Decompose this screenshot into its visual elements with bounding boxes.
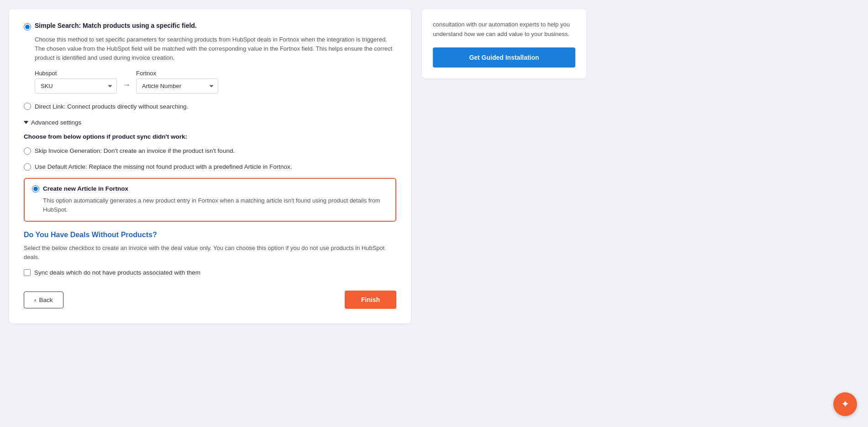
deals-section-description: Select the below checkbox to create an i… <box>24 244 396 262</box>
simple-search-label: Simple Search: Match products using a sp… <box>35 22 197 29</box>
simple-search-description: Choose this method to set specific param… <box>35 35 396 62</box>
hubspot-field-label: Hubspot <box>35 70 117 77</box>
use-default-label: Use Default Article: Replace the missing… <box>35 162 292 172</box>
simple-search-radio[interactable] <box>24 23 31 31</box>
back-chevron-icon: ‹ <box>34 297 37 303</box>
fortnox-field-select[interactable]: Article Number <box>136 78 218 94</box>
fortnox-field-label: Fortnox <box>136 70 218 77</box>
advanced-settings-toggle[interactable]: Advanced settings <box>24 119 396 126</box>
deals-section-title: Do You Have Deals Without Products? <box>24 231 396 239</box>
hubspot-field-select[interactable]: SKU <box>35 78 117 94</box>
skip-invoice-label: Skip Invoice Generation: Don't create an… <box>35 146 235 156</box>
fab-icon: ✦ <box>841 398 849 410</box>
create-new-option-container: Create new Article in Fortnox This optio… <box>24 178 396 222</box>
back-button[interactable]: ‹ Back <box>24 292 63 308</box>
sidebar-description: consultation with our automation experts… <box>433 20 575 39</box>
create-new-label: Create new Article in Fortnox <box>43 185 128 192</box>
guided-installation-button[interactable]: Get Guided Installation <box>433 47 575 68</box>
create-new-description: This option automatically generates a ne… <box>43 196 388 214</box>
advanced-settings-label: Advanced settings <box>31 119 81 126</box>
choose-label: Choose from below options if product syn… <box>24 133 396 140</box>
finish-button[interactable]: Finish <box>345 291 396 309</box>
fab-button[interactable]: ✦ <box>833 392 857 416</box>
sync-deals-label: Sync deals which do not have products as… <box>34 269 200 276</box>
create-new-radio[interactable] <box>32 185 39 193</box>
direct-link-radio[interactable] <box>24 103 31 110</box>
sync-deals-checkbox[interactable] <box>24 269 31 276</box>
skip-invoice-radio[interactable] <box>24 147 31 155</box>
mapping-arrow-icon: → <box>122 80 131 90</box>
advanced-settings-chevron <box>24 121 28 124</box>
direct-link-label: Direct Link: Connect products directly w… <box>35 103 188 110</box>
use-default-radio[interactable] <box>24 163 31 171</box>
